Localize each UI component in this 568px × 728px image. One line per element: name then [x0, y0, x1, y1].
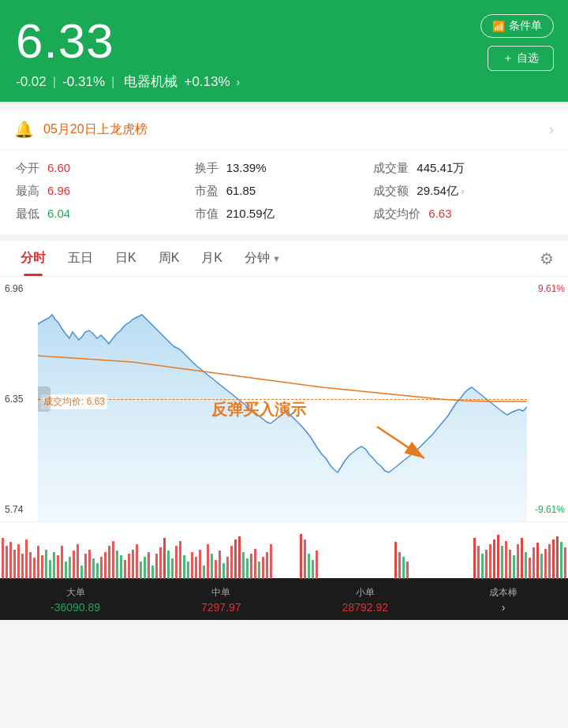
- svg-rect-95: [536, 543, 539, 579]
- svg-rect-53: [207, 544, 209, 579]
- svg-rect-48: [187, 562, 189, 579]
- svg-rect-51: [199, 550, 201, 579]
- divider2: |: [111, 74, 114, 90]
- svg-rect-101: [560, 542, 562, 579]
- svg-rect-97: [544, 549, 547, 579]
- tiaojian-button[interactable]: 📶 条件单: [480, 14, 554, 38]
- svg-rect-81: [481, 554, 484, 579]
- zixuan-button[interactable]: ＋ 自选: [488, 46, 554, 71]
- y-right-bottom: -9.61%: [530, 504, 565, 515]
- bottom-zhongdan-value: 7297.97: [201, 601, 241, 614]
- svg-rect-33: [128, 554, 130, 579]
- stat-label-shizhi: 市值: [195, 207, 219, 222]
- bell-icon: 🔔: [14, 120, 34, 139]
- center-dashed-line: [38, 399, 527, 400]
- svg-rect-57: [222, 563, 225, 579]
- volume-svg: [0, 522, 568, 579]
- svg-rect-43: [167, 551, 170, 579]
- svg-rect-31: [120, 555, 122, 579]
- main-price: 6.33: [16, 14, 552, 68]
- svg-rect-82: [485, 550, 488, 579]
- sector-change: +0.13%: [184, 74, 230, 90]
- svg-rect-23: [88, 550, 91, 579]
- svg-rect-99: [552, 539, 555, 579]
- signal-icon: 📶: [492, 21, 505, 32]
- bottom-zhongdan: 中单 7297.97: [201, 586, 241, 614]
- svg-rect-46: [179, 541, 181, 579]
- tab-zhouk[interactable]: 周K: [148, 241, 191, 276]
- tab-yuek[interactable]: 月K: [190, 241, 234, 276]
- svg-rect-96: [540, 554, 543, 579]
- bottom-dadan-label: 大单: [66, 586, 85, 599]
- annotation-text: 反弹买入演示: [211, 401, 307, 418]
- avg-price-label: 成交均价: 6.63: [41, 394, 107, 409]
- svg-rect-19: [73, 551, 75, 579]
- svg-rect-45: [175, 546, 178, 579]
- svg-rect-26: [100, 557, 103, 579]
- svg-rect-73: [312, 560, 314, 579]
- dropdown-icon: ▼: [272, 254, 281, 263]
- svg-rect-90: [517, 544, 519, 579]
- svg-rect-93: [529, 558, 531, 579]
- svg-rect-54: [211, 554, 213, 579]
- svg-rect-85: [497, 535, 499, 579]
- svg-rect-2: [6, 546, 8, 579]
- svg-rect-37: [144, 557, 146, 579]
- svg-rect-74: [316, 551, 318, 579]
- svg-rect-13: [49, 560, 51, 579]
- stat-chengjiaojunjia: 成交均价 6.63: [373, 207, 552, 222]
- svg-rect-36: [140, 562, 142, 579]
- bottom-chengbenbang[interactable]: 成本棒 ›: [489, 586, 518, 614]
- stat-value-shiying: 61.85: [226, 184, 256, 197]
- svg-rect-44: [171, 558, 174, 579]
- svg-rect-61: [238, 536, 241, 579]
- svg-rect-50: [195, 557, 197, 579]
- zixuan-label: ＋ 自选: [503, 51, 539, 65]
- stat-zuigao: 最高 6.96: [16, 184, 195, 199]
- divider1: |: [53, 74, 56, 90]
- svg-rect-40: [155, 554, 158, 579]
- notification-bar[interactable]: 🔔 05月20日上龙虎榜 ›: [0, 110, 568, 149]
- svg-rect-62: [242, 552, 245, 579]
- stats-section: 今开 6.60 换手 13.39% 成交量 445.41万 最高 6.96 市盈…: [0, 150, 568, 234]
- svg-rect-5: [17, 544, 20, 579]
- header-section: 6.33 -0.02 | -0.31% | 电器机械 +0.13% › 📶 条件…: [0, 0, 568, 102]
- svg-rect-87: [505, 541, 507, 579]
- stat-label-jinkai: 今开: [16, 161, 39, 176]
- annotation-line: [377, 427, 424, 458]
- svg-rect-20: [77, 544, 79, 579]
- notification-text: 05月20日上龙虎榜: [43, 121, 540, 138]
- svg-rect-78: [406, 562, 409, 579]
- tab-fenshi[interactable]: 分时: [9, 241, 57, 276]
- bottom-xiaodan: 小单 28792.92: [342, 586, 388, 614]
- svg-rect-56: [219, 551, 221, 579]
- stat-shizhi: 市值 210.59亿: [195, 207, 374, 222]
- svg-rect-59: [230, 546, 233, 579]
- svg-rect-77: [402, 557, 405, 579]
- stat-shiying: 市盈 61.85: [195, 184, 374, 199]
- svg-rect-22: [84, 554, 87, 579]
- tab-fenzhong-label: 分钟: [245, 250, 270, 267]
- stat-huanshou: 换手 13.39%: [195, 161, 374, 176]
- tab-fenzhong[interactable]: 分钟 ▼: [234, 241, 292, 276]
- tab-wuri[interactable]: 五日: [57, 241, 104, 276]
- svg-rect-91: [521, 538, 523, 579]
- stat-value-chengjiaoliang: 445.41万: [417, 161, 465, 176]
- chart-settings-icon[interactable]: ⚙: [535, 241, 559, 276]
- tab-rik[interactable]: 日K: [104, 241, 148, 276]
- stat-value-shizhi: 210.59亿: [226, 207, 275, 222]
- svg-rect-71: [304, 539, 306, 579]
- sector-arrow-icon[interactable]: ›: [237, 76, 241, 88]
- svg-rect-32: [124, 560, 126, 579]
- svg-rect-94: [532, 547, 535, 579]
- svg-rect-66: [258, 562, 260, 579]
- svg-rect-92: [525, 552, 527, 579]
- svg-rect-55: [215, 560, 217, 579]
- svg-rect-86: [501, 546, 503, 579]
- svg-rect-18: [69, 557, 71, 579]
- y-right-top: 9.61%: [530, 283, 565, 294]
- svg-rect-27: [104, 552, 106, 579]
- y-left-bottom: 5.74: [5, 504, 33, 515]
- side-expand-button[interactable]: ‹: [38, 386, 50, 412]
- y-axis-left: 6.96 6.35 5.74: [0, 277, 38, 521]
